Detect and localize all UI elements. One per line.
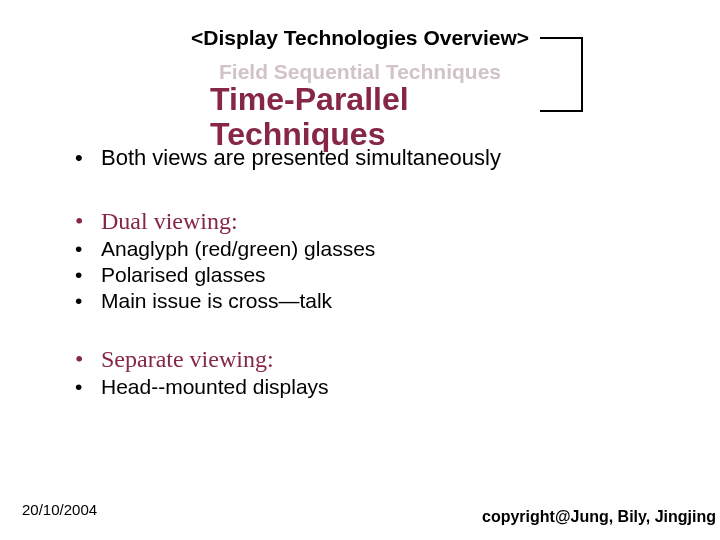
footer-copyright: copyright@Jung, Bily, Jingjing (482, 508, 716, 526)
page-header: <Display Technologies Overview> (0, 26, 720, 50)
footer-date: 20/10/2004 (22, 501, 97, 518)
slide: <Display Technologies Overview> Field Se… (0, 0, 720, 540)
bullet-dual-item: Main issue is cross—talk (75, 288, 685, 314)
bullet-intro: Both views are presented simultaneously (75, 144, 685, 172)
title-line-1: Time-Parallel (210, 82, 409, 117)
decoration-line (540, 110, 582, 112)
bullet-dual-item: Anaglyph (red/green) glasses (75, 236, 685, 262)
slide-body: Both views are presented simultaneously … (75, 144, 685, 401)
bullet-separate-item: Head--mounted displays (75, 374, 685, 400)
slide-title: Time-Parallel Techniques (210, 82, 409, 152)
bullet-dual-item: Polarised glasses (75, 262, 685, 288)
bullet-separate-heading: Separate viewing: (75, 344, 685, 374)
bullet-dual-heading: Dual viewing: (75, 206, 685, 236)
